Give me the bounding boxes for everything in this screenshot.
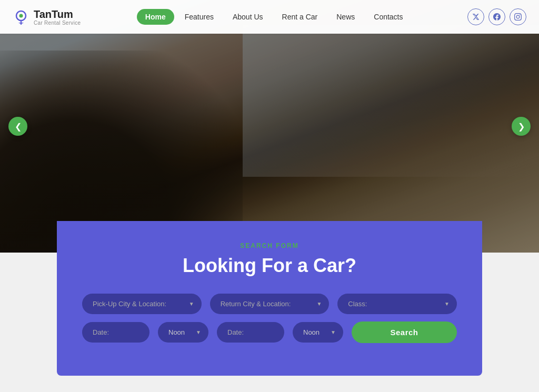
hero-section: ❮ ❯: [0, 0, 539, 253]
time2-wrapper: Noon Morning Afternoon Evening Night ▼: [293, 322, 343, 343]
nav-about[interactable]: About Us: [224, 9, 272, 25]
time1-select[interactable]: Noon Morning Afternoon Evening Night: [158, 322, 208, 343]
chevron-right-icon: ❯: [518, 122, 525, 132]
carousel-prev-button[interactable]: ❮: [8, 117, 27, 136]
search-title: Looking For a Car?: [82, 255, 457, 277]
logo-icon: [13, 8, 29, 25]
main-nav: Home Features About Us Rent a Car News C…: [137, 9, 412, 25]
pickup-select[interactable]: Pick-Up City & Location: New York Los An…: [82, 294, 202, 314]
carousel-next-button[interactable]: ❯: [512, 117, 531, 136]
logo-text: TanTum Car Rental Service: [34, 8, 81, 26]
return-select-wrapper: Return City & Location: New York Los Ang…: [210, 294, 330, 314]
svg-point-1: [19, 14, 23, 18]
pickup-select-wrapper: Pick-Up City & Location: New York Los An…: [82, 294, 202, 314]
nav-contacts[interactable]: Contacts: [365, 9, 411, 25]
chevron-left-icon: ❮: [15, 122, 22, 132]
facebook-link[interactable]: [488, 8, 505, 25]
nav-features[interactable]: Features: [176, 9, 222, 25]
search-row-2: Noon Morning Afternoon Evening Night ▼ N…: [82, 321, 457, 343]
social-links: [467, 8, 526, 25]
header: TanTum Car Rental Service Home Features …: [0, 0, 539, 34]
date2-input[interactable]: [217, 322, 284, 343]
instagram-link[interactable]: [510, 8, 526, 25]
return-select[interactable]: Return City & Location: New York Los Ang…: [210, 294, 330, 314]
nav-news[interactable]: News: [328, 9, 363, 25]
class-select[interactable]: Class: Economy Compact SUV Luxury: [337, 294, 457, 314]
search-section: SEARCH FORM Looking For a Car? Pick-Up C…: [57, 221, 482, 376]
date2-wrapper: [217, 322, 284, 343]
time1-wrapper: Noon Morning Afternoon Evening Night ▼: [158, 322, 208, 343]
logo: TanTum Car Rental Service: [13, 8, 81, 26]
date1-wrapper: [82, 322, 149, 343]
logo-title: TanTum: [34, 8, 81, 20]
search-form-label: SEARCH FORM: [82, 242, 457, 249]
logo-subtitle: Car Rental Service: [34, 20, 81, 26]
time2-select[interactable]: Noon Morning Afternoon Evening Night: [293, 322, 343, 343]
twitter-link[interactable]: [467, 8, 484, 25]
nav-home[interactable]: Home: [137, 9, 174, 25]
search-row-1: Pick-Up City & Location: New York Los An…: [82, 294, 457, 314]
date1-input[interactable]: [82, 322, 149, 343]
nav-rent[interactable]: Rent a Car: [274, 9, 326, 25]
search-button[interactable]: Search: [352, 321, 457, 343]
class-select-wrapper: Class: Economy Compact SUV Luxury ▼: [337, 294, 457, 314]
